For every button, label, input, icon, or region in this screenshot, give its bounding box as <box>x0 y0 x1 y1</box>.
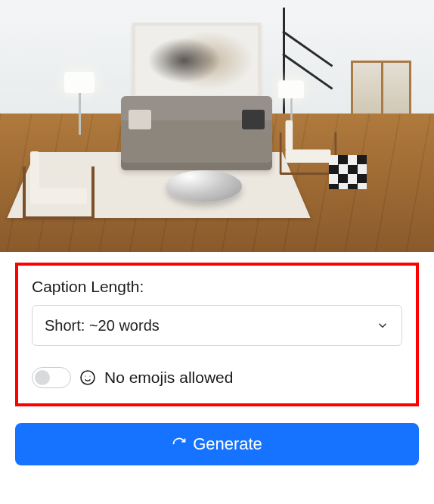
controls-panel: Caption Length: Short: ~20 words No emoj… <box>0 252 434 406</box>
svg-point-0 <box>81 371 95 384</box>
caption-length-label: Caption Length: <box>32 278 402 296</box>
coffee-table <box>166 170 242 202</box>
wall-art <box>132 23 261 98</box>
sofa <box>121 117 272 170</box>
svg-point-2 <box>89 375 90 376</box>
toggle-knob <box>35 370 50 385</box>
chevron-down-icon <box>376 319 389 332</box>
ottoman <box>329 155 367 189</box>
emoji-toggle-row: No emojis allowed <box>32 367 402 388</box>
caption-length-value: Short: ~20 words <box>45 317 376 334</box>
caption-length-select[interactable]: Short: ~20 words <box>32 305 402 346</box>
preview-image <box>0 0 434 252</box>
refresh-icon <box>172 437 187 452</box>
accent-chair-left <box>23 151 95 219</box>
generate-button[interactable]: Generate <box>15 423 419 465</box>
emoji-toggle-label: No emojis allowed <box>104 369 233 387</box>
lamp-left <box>64 72 95 135</box>
generate-button-label: Generate <box>193 434 262 454</box>
emoji-toggle[interactable] <box>32 367 71 388</box>
svg-point-1 <box>85 375 85 376</box>
highlighted-settings-box: Caption Length: Short: ~20 words No emoj… <box>15 263 419 406</box>
smiley-icon <box>79 369 97 387</box>
